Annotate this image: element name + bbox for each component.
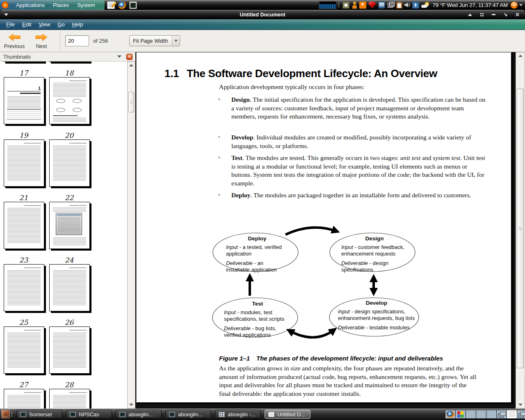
task-button-aboeglin-[interactable]: aboeglin -... [215, 410, 261, 419]
bullet-marker-icon [218, 97, 220, 101]
taskbar-grip[interactable] [11, 412, 14, 417]
thumbnail-page-19[interactable]: 1 [4, 77, 44, 124]
thumbnail-page-23[interactable] [4, 202, 44, 249]
user-presence-icon[interactable] [352, 2, 357, 9]
workspace-4[interactable] [476, 410, 486, 419]
workspace-switcher [445, 410, 525, 419]
document-scrollbar-thumb[interactable] [517, 89, 524, 368]
thumb-mini-ellipse [73, 108, 82, 112]
taskbar: SomersetNPSCasaboeglin...aboeglin...aboe… [0, 409, 525, 420]
next-arrow-icon [35, 33, 48, 42]
thumbnail-page-27[interactable] [4, 326, 44, 374]
menu-help[interactable]: Help [68, 21, 87, 27]
diagram-node-deliverable: Deliverable - testable modules [338, 324, 415, 331]
workspace-5[interactable] [486, 410, 497, 419]
terminal-icon[interactable] [129, 1, 137, 9]
system-tray: 79 °F Wed Jun 27, 11:37:47 AM [317, 1, 525, 9]
diagram-node-input: Input - modules, test specifications, te… [224, 309, 291, 323]
clock-applet[interactable]: 79 °F Wed Jun 27, 11:37:47 AM [433, 2, 508, 8]
document-scrollbar[interactable] [516, 52, 525, 409]
previous-label: Previous [4, 43, 25, 49]
thumb-table [7, 109, 41, 120]
workspace-6[interactable] [496, 410, 507, 419]
diagram-node-design: DesignInput - customer feedback, enhance… [341, 235, 408, 276]
panel-menu-system[interactable]: System [73, 2, 99, 8]
thumb-heading-bar [20, 93, 41, 94]
display-icon[interactable] [378, 2, 385, 9]
sidebar-dropdown-icon[interactable] [117, 55, 121, 58]
scroll-up-icon[interactable] [516, 52, 525, 59]
thumb-text-lines [7, 96, 41, 110]
thumbnail-page-25[interactable] [4, 264, 44, 311]
next-button[interactable]: Next [29, 31, 54, 51]
workspace-3[interactable] [466, 410, 476, 419]
session-swirl-icon[interactable] [511, 2, 518, 9]
clipboard-icon[interactable] [396, 2, 402, 9]
scroll-up-icon[interactable] [128, 62, 135, 68]
task-button-npscas[interactable]: NPSCas [66, 410, 112, 419]
ruby-icon[interactable] [368, 2, 376, 9]
system-monitor-icon[interactable] [319, 1, 336, 9]
weather-icon[interactable] [421, 2, 429, 9]
thumbnail-page-20[interactable] [49, 77, 90, 124]
menu-view[interactable]: View [35, 21, 54, 27]
dots-button[interactable] [479, 12, 484, 17]
thumb-header-bar [69, 143, 87, 144]
window-stack-icon[interactable] [387, 2, 394, 9]
page-number-input[interactable] [65, 35, 89, 46]
previous-button[interactable]: Previous [2, 31, 27, 51]
panel-menu-applications[interactable]: Applications [12, 2, 49, 8]
text-editor-icon[interactable] [107, 1, 115, 9]
sidebar-scrollbar[interactable] [127, 62, 135, 409]
maximize-button[interactable] [503, 12, 508, 17]
distro-logo-icon[interactable] [2, 2, 9, 9]
task-button-aboeglin-[interactable]: aboeglin... [165, 410, 211, 419]
combo-arrow-icon[interactable] [172, 36, 180, 46]
tray-grip[interactable] [338, 2, 340, 7]
menu-go[interactable]: Go [54, 21, 68, 27]
minimize-button[interactable] [491, 12, 496, 17]
close-button[interactable] [515, 12, 520, 17]
scroll-down-icon[interactable] [516, 402, 525, 408]
thumb-text-lines [53, 270, 86, 306]
zoom-mode-select[interactable]: Fit Page Width [129, 35, 180, 46]
firefox-icon[interactable] [118, 1, 126, 9]
sidebar-close-button[interactable] [126, 54, 132, 60]
starburst-icon[interactable] [359, 2, 366, 9]
thumbnail-page-26[interactable] [49, 264, 90, 311]
panel-menu-places[interactable]: Places [49, 2, 73, 8]
thumbnail-page[interactable] [4, 389, 44, 409]
thumbnail-page-18[interactable] [49, 62, 90, 62]
thumbnail-page-22[interactable] [49, 139, 90, 187]
network-icon[interactable] [412, 2, 419, 9]
volume-icon[interactable] [404, 2, 410, 9]
thumbnail-page-24[interactable] [49, 202, 90, 249]
thumbnail-page[interactable] [49, 389, 90, 409]
show-desktop-button[interactable] [1, 410, 10, 418]
scroll-down-icon[interactable] [128, 402, 135, 408]
section-heading: 1.1 The Software Development Lifecycle: … [164, 67, 437, 80]
shade-button[interactable] [467, 12, 472, 17]
window-titlebar[interactable]: Untitled Document [0, 10, 525, 19]
task-button-untitled-d-[interactable]: Untitled D... [265, 410, 310, 419]
thumbnails-sidebar: Thumbnails 1718119202122232425262728 [0, 52, 135, 409]
app-grid-icon [219, 412, 225, 417]
menu-edit[interactable]: Edit [18, 21, 35, 27]
task-button-somerset[interactable]: Somerset [16, 410, 62, 419]
thumbnail-page-28[interactable] [49, 326, 90, 374]
workspace-1[interactable] [445, 410, 456, 419]
workspace-2[interactable] [455, 410, 466, 419]
sidebar-scrollbar-thumb[interactable] [128, 92, 134, 112]
clock-icon[interactable] [342, 2, 349, 9]
workspace-8[interactable] [517, 410, 525, 419]
workspace-7[interactable] [507, 410, 517, 419]
thumbnail-page-21[interactable] [4, 139, 44, 187]
window-title: Untitled Document [0, 12, 525, 18]
task-buttons: SomersetNPSCasaboeglin...aboeglin...aboe… [16, 410, 310, 419]
thumbnail-page-17[interactable] [4, 62, 44, 62]
task-button-aboeglin-[interactable]: aboeglin... [116, 410, 162, 419]
bullet-text: Develop. Individual modules are created … [231, 133, 489, 150]
menu-file[interactable]: File [2, 21, 18, 27]
document-icon [268, 412, 274, 417]
sidebar-title: Thumbnails [3, 54, 31, 60]
